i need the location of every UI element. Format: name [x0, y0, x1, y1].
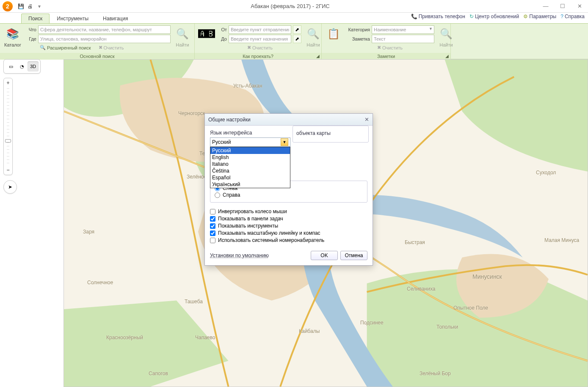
dialog-close-button[interactable]: ✕	[364, 116, 369, 123]
from-input[interactable]	[229, 25, 291, 34]
route-panel-title: Как проехать?◢	[195, 53, 321, 60]
chk-dialer[interactable]	[210, 238, 215, 243]
category-label: Категория	[345, 27, 370, 32]
top-links: 📞Привязать телефон ↻Центр обновлений ⚙Па…	[411, 14, 585, 19]
tab-search[interactable]: Поиск	[21, 14, 50, 23]
radio-right[interactable]	[215, 192, 220, 198]
maximize-button[interactable]: ☐	[554, 0, 571, 12]
find-route-button[interactable]: 🔍 Найти	[304, 25, 323, 48]
to-label: До	[218, 36, 227, 41]
map-label: Чапаево	[195, 335, 215, 340]
eraser-icon: ✖	[247, 45, 251, 50]
qat-dropdown-icon[interactable]: ▾	[36, 3, 43, 10]
map-label: Усть-Абакан	[233, 83, 262, 89]
map-label: Опытное Поле	[453, 305, 488, 311]
advanced-search-button[interactable]: 🔍Расширенный поиск	[38, 44, 93, 51]
compass-button[interactable]: ➤	[3, 180, 17, 194]
view-2d-button[interactable]: ▭	[6, 61, 17, 71]
view-3d-button[interactable]: 3D	[28, 61, 39, 71]
route-ab-icon[interactable]: 🅰🅱	[197, 25, 216, 42]
titlebar: 2 💾 🖨 ▾ Абакан (февраль 2017) - 2ГИС — ☐…	[0, 0, 588, 13]
language-selected: Русский	[212, 139, 231, 145]
link-parameters[interactable]: ⚙Параметры	[523, 14, 556, 19]
settings-dialog: Общие настройки ✕ Язык интерфейса Русски…	[204, 113, 373, 266]
chk-invert-label: Инвертировать колесо мыши	[218, 209, 287, 214]
compass-icon: ➤	[8, 184, 12, 190]
zoom-out-button[interactable]: −	[4, 166, 12, 174]
lang-option[interactable]: English	[210, 154, 290, 161]
map-label: Минусинск	[472, 273, 502, 280]
chevron-down-icon[interactable]: ▼	[281, 138, 288, 146]
clear-route-button[interactable]: ✖Очистить	[246, 44, 274, 51]
where-input[interactable]	[38, 35, 171, 43]
zoom-track[interactable]	[7, 88, 9, 165]
map-label: Быстрая	[405, 239, 425, 245]
clear-search-button[interactable]: ✖Очистить	[97, 44, 126, 51]
chk-ruler-label: Показывать масштабную линейку и компас	[218, 230, 320, 236]
magnifier-icon: 🔍	[40, 45, 46, 50]
where-label: Где	[25, 36, 36, 41]
close-button[interactable]: ✕	[571, 0, 588, 12]
note-label: Заметка	[345, 36, 370, 41]
ok-button[interactable]: OK	[311, 251, 338, 260]
catalog-button[interactable]: 📚 Каталог	[3, 25, 23, 48]
zoom-thumb[interactable]	[5, 139, 11, 143]
notes-icon-button[interactable]: 📋	[324, 25, 343, 42]
zoom-control: + −	[3, 78, 13, 175]
chk-ruler[interactable]	[210, 231, 215, 236]
radio-right-label: Справа	[223, 192, 240, 198]
qat-print-icon[interactable]: 🖨	[26, 3, 34, 10]
map-label: Солнечное	[87, 280, 113, 285]
partial-fieldset-text: объекта карты	[296, 130, 331, 136]
language-dropdown: Русский English Italiano Čeština Español…	[210, 147, 290, 188]
defaults-link[interactable]: Установки по умолчанию	[210, 253, 269, 258]
map-label: Суходол	[536, 170, 556, 176]
ribbon: 📚 Каталог Что Где 🔍Расширенный поиск ✖Оч…	[0, 24, 588, 59]
magnifier-icon: 🔍	[306, 26, 321, 41]
map-label: Подсинее	[360, 320, 384, 326]
tab-tools[interactable]: Инструменты	[50, 14, 96, 23]
chk-taskbar[interactable]	[210, 216, 215, 222]
from-label: От	[218, 27, 227, 32]
link-bind-phone[interactable]: 📞Привязать телефон	[411, 14, 465, 19]
find-notes-button[interactable]: 🔍 Найти	[437, 25, 455, 48]
clear-notes-button[interactable]: ✖Очистить	[375, 44, 404, 51]
route-panel-expand-icon[interactable]: ◢	[316, 54, 320, 58]
find-search-button[interactable]: 🔍 Найти	[173, 25, 192, 48]
language-combo[interactable]: Русский ▼ Русский English Italiano Češti…	[210, 137, 290, 147]
minimize-button[interactable]: —	[537, 0, 554, 12]
zoom-in-button[interactable]: +	[4, 79, 12, 87]
notes-panel-title: Заметки◢	[322, 53, 450, 60]
from-pick-button[interactable]: ⬈	[293, 25, 301, 34]
map-label: Топольки	[436, 324, 458, 330]
map-label: Красноозёрный	[106, 335, 143, 340]
what-label: Что	[25, 27, 36, 32]
lang-option[interactable]: Русский	[210, 147, 290, 154]
chk-tools-label: Показывать инструменты	[218, 223, 278, 229]
lang-option[interactable]: Español	[210, 174, 290, 181]
lang-option[interactable]: Čeština	[210, 167, 290, 174]
lang-option[interactable]: Український	[210, 181, 290, 188]
note-input[interactable]	[372, 35, 434, 43]
route-icon: 🅰🅱	[199, 26, 214, 41]
notes-panel-expand-icon[interactable]: ◢	[445, 54, 449, 58]
chk-invert-wheel[interactable]	[210, 209, 215, 214]
link-help[interactable]: ?Справка	[560, 14, 585, 19]
chk-tools[interactable]	[210, 223, 215, 229]
notes-icon: 📋	[326, 26, 341, 41]
link-update-center[interactable]: ↻Центр обновлений	[469, 14, 519, 19]
cancel-button[interactable]: Отмена	[340, 251, 367, 260]
map-label: Черногорск	[178, 110, 205, 116]
app-logo[interactable]: 2	[3, 1, 13, 11]
category-input[interactable]	[372, 25, 434, 34]
what-input[interactable]	[38, 25, 171, 34]
view-globe-button[interactable]: ◔	[17, 61, 28, 71]
map-side-controls: ▭ ◔ 3D + − ➤	[3, 59, 63, 194]
phone-icon: 📞	[411, 14, 417, 19]
qat-save-icon[interactable]: 💾	[17, 3, 25, 10]
to-pick-button[interactable]: ⬈	[293, 35, 301, 43]
tab-navigation[interactable]: Навигация	[96, 14, 135, 23]
to-input[interactable]	[229, 35, 291, 43]
chevron-down-icon[interactable]: ▼	[429, 27, 433, 31]
lang-option[interactable]: Italiano	[210, 161, 290, 167]
